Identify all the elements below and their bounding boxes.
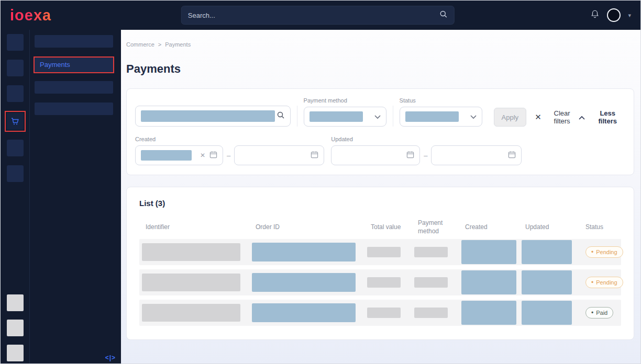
close-icon: ✕	[535, 112, 541, 122]
status-badge: Pending	[585, 246, 623, 258]
filters-row-1: Payment method Status	[135, 97, 625, 127]
breadcrumb-item-commerce[interactable]: Commerce	[126, 41, 154, 48]
created-from-input[interactable]: ✕	[135, 145, 223, 165]
main-content: Commerce > Payments Payments	[121, 30, 640, 364]
rail-item-commerce-highlight[interactable]	[5, 111, 26, 132]
rail-bottom-item[interactable]	[7, 320, 24, 336]
updated-label: Updated	[331, 136, 522, 142]
payment-method-select[interactable]	[304, 107, 386, 127]
redacted-created	[461, 301, 516, 325]
chevron-down-icon	[374, 112, 381, 121]
redacted-updated	[522, 270, 572, 294]
updated-from-input[interactable]	[331, 145, 420, 165]
redacted-order-id	[252, 243, 356, 261]
redacted-created	[461, 240, 516, 264]
redacted-total-value	[367, 308, 401, 318]
rail-bottom-item[interactable]	[7, 345, 24, 361]
search-input[interactable]	[188, 12, 439, 19]
search-icon	[277, 111, 285, 121]
column-header-status: Status	[579, 223, 621, 232]
redacted-total-value	[367, 277, 401, 288]
column-header-created: Created	[459, 223, 519, 232]
table-row[interactable]: Pending	[139, 269, 621, 295]
sidebar-item-payments-highlight: Payments	[34, 56, 114, 73]
brand-logo[interactable]: ioexa	[10, 7, 51, 24]
calendar-icon[interactable]	[209, 151, 217, 161]
column-header-identifier: Identifier	[139, 223, 249, 232]
clear-date-icon[interactable]: ✕	[200, 152, 205, 159]
icon-rail	[1, 30, 29, 364]
sidebar-item-redacted[interactable]	[35, 81, 113, 94]
chevron-down-icon	[470, 112, 477, 121]
redacted-select-value	[405, 111, 459, 122]
redacted-payment-method	[414, 277, 448, 288]
clear-filters-button[interactable]: ✕ Clear filters	[535, 108, 579, 127]
less-filters-label: Less filters	[590, 109, 625, 125]
less-filters-button[interactable]: Less filters	[579, 108, 625, 127]
sidebar-item-payments[interactable]: Payments	[35, 58, 113, 72]
sidebar-panel: Payments <|>	[29, 30, 121, 364]
breadcrumb-separator: >	[158, 41, 161, 48]
redacted-payment-method	[414, 308, 448, 318]
redacted-identifier	[142, 243, 240, 261]
filter-search-input[interactable]	[135, 106, 291, 127]
redacted-order-id	[252, 303, 356, 322]
redacted-created	[461, 270, 516, 294]
breadcrumb: Commerce > Payments	[126, 41, 634, 48]
calendar-icon[interactable]	[311, 151, 318, 161]
cart-icon	[7, 113, 24, 130]
clear-filters-label: Clear filters	[545, 109, 579, 125]
table-row[interactable]: Paid	[139, 300, 621, 326]
redacted-total-value	[367, 247, 401, 257]
created-to-input[interactable]	[234, 145, 324, 165]
avatar[interactable]	[607, 8, 621, 22]
range-separator: –	[227, 152, 230, 160]
filters-row-2: Created ✕ –	[135, 136, 625, 165]
calendar-icon[interactable]	[406, 151, 414, 161]
rail-item[interactable]	[7, 60, 24, 76]
divider	[297, 106, 297, 127]
rail-item[interactable]	[7, 140, 24, 156]
divider	[393, 106, 393, 127]
apply-button[interactable]: Apply	[494, 108, 527, 127]
sidebar-collapse-icon[interactable]: <|>	[105, 354, 116, 361]
range-separator: –	[424, 152, 427, 160]
topbar: ioexa ▾	[1, 1, 640, 30]
rail-bottom-item[interactable]	[7, 294, 24, 311]
updated-range-filter: Updated –	[331, 136, 522, 165]
caret-down-icon[interactable]: ▾	[628, 13, 631, 18]
created-range-filter: Created ✕ –	[135, 136, 324, 165]
page-title: Payments	[126, 62, 634, 76]
sidebar-item-redacted[interactable]	[35, 35, 113, 48]
redacted-order-id	[252, 273, 356, 292]
payments-list-panel: List (3) Identifier Order ID Total value…	[126, 187, 634, 340]
column-header-payment-method: Payment method	[412, 219, 459, 235]
redacted-identifier	[142, 274, 240, 291]
rail-item[interactable]	[7, 85, 24, 102]
updated-to-input[interactable]	[431, 145, 522, 165]
redacted-identifier	[142, 304, 240, 322]
column-header-total-value: Total value	[364, 223, 412, 232]
calendar-icon[interactable]	[508, 151, 516, 161]
table-header: Identifier Order ID Total value Payment …	[139, 216, 621, 239]
status-select[interactable]	[400, 107, 482, 127]
redacted-updated	[522, 301, 572, 325]
redacted-payment-method	[414, 247, 448, 257]
list-title: List (3)	[139, 199, 621, 208]
rail-item[interactable]	[7, 34, 24, 51]
redacted-updated	[522, 240, 572, 264]
sidebar-item-redacted[interactable]	[35, 103, 113, 115]
global-search[interactable]	[181, 6, 455, 25]
table-row[interactable]: Pending	[139, 239, 621, 265]
topbar-actions: ▾	[590, 8, 631, 22]
payment-method-filter: Payment method	[304, 97, 386, 127]
column-header-updated: Updated	[519, 223, 579, 232]
bell-icon[interactable]	[590, 9, 600, 21]
redacted-search-value	[141, 110, 275, 122]
search-icon	[439, 10, 448, 20]
rail-item[interactable]	[7, 165, 24, 182]
chevron-up-icon	[579, 113, 585, 121]
redacted-date-value	[141, 150, 192, 161]
created-label: Created	[135, 136, 324, 142]
breadcrumb-item-payments[interactable]: Payments	[165, 41, 191, 48]
